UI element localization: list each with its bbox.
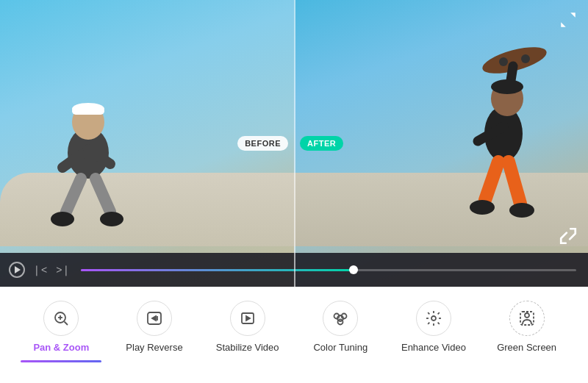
expand-icon[interactable] — [559, 10, 578, 34]
video-before: BEFORE — [0, 0, 294, 287]
play-icon — [15, 266, 21, 273]
tool-pan-zoom[interactable]: Pan & Zoom — [21, 301, 101, 362]
progress-thumb[interactable] — [349, 265, 358, 274]
svg-point-12 — [521, 54, 530, 63]
svg-marker-30 — [246, 316, 250, 321]
svg-line-7 — [96, 179, 110, 212]
pan-zoom-icon — [52, 309, 70, 327]
svg-marker-27 — [152, 316, 156, 321]
video-after: AFTER — [294, 0, 588, 287]
svg-point-11 — [499, 57, 508, 66]
video-container: BEFORE — [0, 0, 588, 287]
tool-enhance-video[interactable]: Enhance Video — [393, 301, 474, 353]
stabilize-icon-wrap — [230, 301, 265, 336]
split-divider — [294, 0, 295, 287]
svg-line-42 — [438, 312, 440, 314]
svg-point-20 — [470, 200, 495, 215]
svg-point-43 — [431, 316, 436, 321]
svg-line-18 — [485, 162, 498, 200]
progress-fill — [81, 269, 353, 271]
svg-line-38 — [438, 323, 440, 324]
play-reverse-label: Play Reverse — [126, 342, 182, 353]
tool-green-screen[interactable]: Green Screen — [487, 301, 567, 353]
svg-line-41 — [428, 323, 429, 324]
toolbar: Pan & Zoom Play Reverse Stabilize Video — [0, 287, 588, 383]
play-button[interactable] — [9, 262, 25, 278]
svg-point-16 — [491, 79, 523, 94]
play-reverse-icon — [146, 309, 163, 327]
pan-zoom-icon-wrap — [43, 301, 79, 336]
video-split: BEFORE — [0, 0, 588, 287]
svg-point-44 — [525, 313, 529, 318]
stabilize-icon — [239, 309, 257, 327]
svg-line-6 — [66, 179, 81, 212]
next-button[interactable]: >❘ — [54, 264, 72, 276]
color-tuning-icon — [331, 309, 349, 327]
svg-line-19 — [509, 162, 520, 204]
play-reverse-icon-wrap — [137, 301, 172, 336]
svg-point-21 — [509, 203, 534, 218]
label-after: AFTER — [300, 136, 343, 151]
person-before — [22, 65, 169, 248]
progress-track[interactable] — [81, 269, 576, 271]
color-tuning-label: Color Tuning — [313, 342, 368, 353]
enhance-icon — [425, 309, 442, 327]
person-after — [434, 46, 581, 251]
label-before: BEFORE — [237, 136, 288, 151]
svg-point-34 — [338, 320, 343, 325]
svg-point-9 — [100, 212, 123, 226]
green-screen-icon-wrap — [509, 301, 545, 336]
active-underline — [21, 360, 101, 362]
stabilize-label: Stabilize Video — [216, 342, 279, 353]
svg-line-37 — [428, 312, 429, 314]
tool-stabilize-video[interactable]: Stabilize Video — [207, 301, 288, 353]
enhance-label: Enhance Video — [401, 342, 466, 353]
svg-rect-3 — [72, 107, 104, 115]
svg-line-23 — [65, 322, 68, 326]
enhance-icon-wrap — [416, 301, 451, 336]
prev-button[interactable]: ❘< — [31, 264, 49, 276]
pan-zoom-label: Pan & Zoom — [33, 342, 89, 353]
green-screen-label: Green Screen — [497, 342, 556, 353]
color-tuning-icon-wrap — [323, 301, 358, 336]
green-screen-icon — [518, 309, 536, 327]
tool-play-reverse[interactable]: Play Reverse — [114, 301, 195, 353]
svg-point-8 — [51, 212, 74, 226]
tool-color-tuning[interactable]: Color Tuning — [300, 301, 381, 353]
collapse-icon[interactable] — [559, 226, 578, 250]
